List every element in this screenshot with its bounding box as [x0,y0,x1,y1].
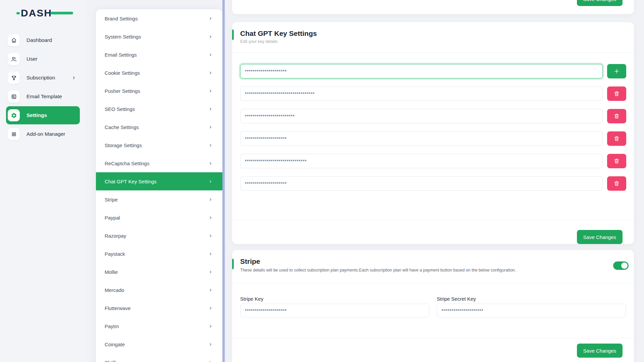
api-key-row [240,86,626,101]
settings-nav-item-razorpay[interactable]: Razorpay [96,227,222,245]
trash-icon [613,158,620,164]
settings-nav-item-storage-settings[interactable]: Storage Settings [96,136,222,154]
settings-nav-label: Razorpay [105,233,126,239]
api-key-input[interactable] [240,86,603,101]
settings-nav-label: Paystack [105,251,125,257]
settings-nav-item-mollie[interactable]: Mollie [96,263,222,281]
settings-nav-label: Skrill [105,360,116,362]
chevron-right-icon [209,162,212,165]
chevron-right-icon [209,288,212,292]
chevron-right-icon [209,107,212,111]
api-key-input[interactable] [240,64,603,78]
chatgpt-key-settings-card: Chat GPT Key Settings Edit your key deta… [232,22,634,244]
primary-sidebar: DASH Dashboard User Subscription [0,0,86,362]
card-subtitle: Edit your key details [240,39,626,44]
gear-icon [8,109,20,121]
stripe-fields: Stripe Key Stripe Secret Key [232,283,634,338]
api-key-input[interactable] [240,109,603,123]
trash-icon [613,113,620,119]
settings-nav-item-pusher-settings[interactable]: Pusher Settings [96,82,222,100]
settings-nav-label: Mercado [105,287,124,293]
trophy-icon [8,72,20,84]
brand-logo[interactable]: DASH [21,7,64,19]
chevron-right-icon [209,143,212,147]
settings-nav-item-skrill[interactable]: Skrill [96,353,222,362]
settings-nav-item-system-settings[interactable]: System Settings [96,27,222,46]
stripe-key-input[interactable] [240,304,429,317]
api-key-input[interactable] [240,131,603,146]
save-changes-button[interactable]: Save Changes [577,0,623,6]
chevron-right-icon [209,270,212,274]
settings-nav-item-cache-settings[interactable]: Cache Settings [96,118,222,136]
chevron-right-icon [209,53,212,57]
settings-nav-item-coingate[interactable]: Coingate [96,335,222,353]
settings-nav-item-paystack[interactable]: Paystack [96,245,222,263]
chevron-right-icon [209,343,212,346]
sidebar-item-label: User [26,56,38,62]
chevron-right-icon [209,89,212,93]
users-icon [8,53,20,65]
main-content: Save Changes Chat GPT Key Settings Edit … [232,0,634,362]
plus-icon [613,68,620,74]
settings-nav-label: Mollie [105,269,118,275]
delete-key-button[interactable] [607,86,626,101]
api-key-row [240,109,626,123]
settings-nav-item-cookie-settings[interactable]: Cookie Settings [96,64,222,82]
settings-nav-label: Cache Settings [105,124,139,130]
settings-nav-label: Email Settings [105,52,137,58]
stripe-toggle[interactable] [613,261,629,270]
chevron-right-icon [72,76,76,80]
grid-icon [8,128,20,140]
settings-nav-item-paytm[interactable]: Paytm [96,317,222,335]
settings-nav-label: System Settings [105,34,141,40]
save-changes-button[interactable]: Save Changes [577,230,623,244]
add-key-button[interactable] [607,64,626,78]
sidebar-item-email-template[interactable]: Email Template [6,87,80,106]
sidebar-item-add-on-manager[interactable]: Add-on Manager [6,125,80,143]
settings-nav-label: Coingate [105,342,125,347]
settings-nav-item-seo-settings[interactable]: SEO Settings [96,100,222,118]
delete-key-button[interactable] [607,176,626,191]
delete-key-button[interactable] [607,131,626,146]
stripe-secret-key-input[interactable] [437,304,626,317]
settings-nav-item-chat-gpt-key-settings[interactable]: Chat GPT Key Settings [96,172,222,190]
sidebar-item-subscription[interactable]: Subscription [6,69,80,87]
card-accent-bar [232,259,234,269]
card-header: Chat GPT Key Settings Edit your key deta… [232,22,634,53]
field-label: Stripe Secret Key [437,296,626,302]
settings-nav-item-paypal[interactable]: Paypal [96,208,222,227]
settings-nav-item-email-settings[interactable]: Email Settings [96,46,222,64]
toggle-knob [621,262,628,269]
api-key-row [240,154,626,168]
api-key-input[interactable] [240,176,603,191]
sidebar-item-dashboard[interactable]: Dashboard [6,31,80,49]
settings-nav-item-stripe[interactable]: Stripe [96,190,222,208]
trash-icon [613,135,620,142]
sidebar-item-user[interactable]: User [6,50,80,68]
settings-nav-label: ReCaptcha Settings [105,161,149,166]
card-header: Stripe These details will be used to col… [232,250,634,283]
delete-key-button[interactable] [607,109,626,123]
settings-nav-label: Cookie Settings [105,70,140,76]
chevron-right-icon [209,198,212,201]
settings-nav-label: SEO Settings [105,106,135,112]
sidebar-item-settings[interactable]: Settings [6,106,80,124]
settings-sidebar: Brand Settings System Settings Email Set… [96,9,222,362]
card-title: Chat GPT Key Settings [240,29,626,38]
settings-nav-item-flutterwave[interactable]: Flutterwave [96,299,222,317]
delete-key-button[interactable] [607,154,626,168]
api-key-input[interactable] [240,154,603,168]
settings-nav-label: Brand Settings [105,16,138,21]
save-changes-button[interactable]: Save Changes [577,344,623,358]
settings-nav-label: Paytm [105,323,119,329]
primary-nav: Dashboard User Subscription Email Templa… [0,31,86,143]
chevron-right-icon [209,234,212,238]
settings-nav-item-mercado[interactable]: Mercado [96,281,222,299]
settings-nav-item-brand-settings[interactable]: Brand Settings [96,9,222,27]
scrollbar-thumb[interactable] [222,0,225,362]
stripe-secret-key-field-group: Stripe Secret Key [437,296,626,338]
template-icon [8,90,20,103]
settings-nav-item-recaptcha-settings[interactable]: ReCaptcha Settings [96,154,222,172]
api-key-row [240,176,626,191]
card-title: Stripe [240,257,626,266]
